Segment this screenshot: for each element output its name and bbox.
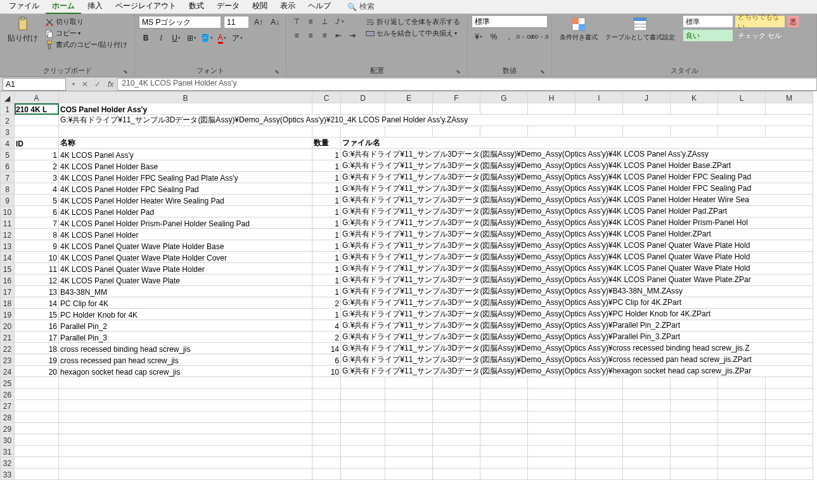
cell[interactable] [312, 103, 341, 115]
wrap-text-button[interactable]: 折り返して全体を表示する [364, 16, 462, 27]
cell[interactable] [718, 423, 766, 434]
cell-id[interactable]: 4 [15, 183, 59, 195]
cell[interactable] [480, 411, 528, 423]
cell[interactable] [341, 400, 385, 411]
cell-id[interactable]: 7 [15, 217, 59, 229]
hdr-file[interactable]: ファイル名 [341, 138, 813, 149]
cell[interactable] [671, 411, 718, 423]
row-header-5[interactable]: 5 [1, 149, 15, 160]
phonetic-button[interactable]: ア▾ [230, 31, 244, 45]
cell-A1[interactable]: 210 4K L [15, 103, 59, 115]
cell[interactable] [312, 457, 341, 468]
cell[interactable] [623, 446, 671, 457]
cell-name[interactable]: 4K LCOS Panel Holder FPC Sealing Pad [59, 183, 312, 195]
cell[interactable] [766, 446, 813, 457]
row-header-22[interactable]: 22 [1, 343, 15, 354]
select-all-corner[interactable]: ◢ [1, 92, 15, 103]
cell-style-normal[interactable]: 標準 [683, 15, 733, 28]
cell-style-check[interactable]: チェック セル [735, 29, 785, 42]
cell[interactable] [312, 411, 341, 423]
cell[interactable] [15, 434, 59, 446]
cell[interactable] [433, 434, 480, 446]
cell[interactable] [59, 411, 312, 423]
cell[interactable] [433, 389, 480, 400]
cell[interactable] [480, 389, 528, 400]
cell-path[interactable]: G:¥共有ドライブ¥11_サンプル3Dデータ(図脳Assy)¥Demo_Assy… [59, 115, 813, 126]
row-header-7[interactable]: 7 [1, 172, 15, 183]
cell-id[interactable]: 13 [15, 286, 59, 297]
cell-file[interactable]: G:¥共有ドライブ¥11_サンプル3Dデータ(図脳Assy)¥Demo_Assy… [341, 195, 813, 206]
row-header-20[interactable]: 20 [1, 320, 15, 332]
cell[interactable] [59, 423, 312, 434]
cell[interactable] [576, 400, 623, 411]
cell-file[interactable]: G:¥共有ドライブ¥11_サンプル3Dデータ(図脳Assy)¥Demo_Assy… [341, 229, 813, 240]
cell[interactable] [576, 457, 623, 468]
cell[interactable] [433, 377, 480, 389]
cell[interactable] [433, 400, 480, 411]
cell[interactable] [576, 377, 623, 389]
row-header-8[interactable]: 8 [1, 183, 15, 195]
row-header-9[interactable]: 9 [1, 195, 15, 206]
column-header-K[interactable]: K [671, 92, 718, 103]
row-header-14[interactable]: 14 [1, 252, 15, 263]
cell[interactable] [576, 389, 623, 400]
cell[interactable] [671, 468, 718, 480]
row-header-19[interactable]: 19 [1, 309, 15, 320]
cell[interactable] [480, 377, 528, 389]
cell-qty[interactable]: 6 [312, 354, 341, 366]
cell[interactable] [312, 446, 341, 457]
cancel-formula-button[interactable]: ✕ [79, 80, 91, 89]
cell[interactable] [623, 126, 671, 138]
cell-id[interactable]: 19 [15, 354, 59, 366]
cell[interactable] [528, 434, 576, 446]
cell-id[interactable]: 18 [15, 343, 59, 354]
increase-decimal-button[interactable]: .0→.00 [517, 30, 531, 44]
cell-name[interactable]: 4K LCOS Panel Holder Pad [59, 206, 312, 217]
cell[interactable] [312, 389, 341, 400]
cell[interactable] [671, 377, 718, 389]
cell-name[interactable]: 4K LCOS Panel Holder Base [59, 160, 312, 172]
cell[interactable] [59, 468, 312, 480]
cell-qty[interactable]: 1 [312, 252, 341, 263]
cell[interactable] [671, 126, 718, 138]
hdr-name[interactable]: 名称 [59, 138, 312, 149]
menu-数式[interactable]: 数式 [183, 0, 210, 14]
formula-input[interactable]: 210_4K LCOS Panel Holder Ass'y [117, 78, 817, 91]
cell[interactable] [718, 377, 766, 389]
cell[interactable] [623, 457, 671, 468]
cell[interactable] [528, 457, 576, 468]
cell[interactable] [623, 103, 671, 115]
spreadsheet-grid[interactable]: ◢ ABCDEFGHIJKLM 1210 4K LCOS Panel Holde… [0, 91, 817, 504]
cell[interactable] [671, 457, 718, 468]
align-middle-button[interactable]: ≡ [304, 15, 317, 28]
cell[interactable] [766, 457, 813, 468]
row-header-4[interactable]: 4 [1, 138, 15, 149]
italic-button[interactable]: I [154, 31, 168, 45]
font-size-select[interactable] [224, 16, 249, 29]
cell-style-bad[interactable]: 悪 [787, 15, 799, 28]
tell-me-search[interactable]: 🔍 検索 [347, 1, 375, 12]
cell-id[interactable]: 5 [15, 195, 59, 206]
cell[interactable] [312, 377, 341, 389]
cell-qty[interactable]: 1 [312, 240, 341, 252]
cell-file[interactable]: G:¥共有ドライブ¥11_サンプル3Dデータ(図脳Assy)¥Demo_Assy… [341, 366, 813, 377]
cell-qty[interactable]: 1 [312, 160, 341, 172]
cell-file[interactable]: G:¥共有ドライブ¥11_サンプル3Dデータ(図脳Assy)¥Demo_Assy… [341, 206, 813, 217]
cell-name[interactable]: cross recessed binding head screw_jis [59, 343, 312, 354]
format-painter-button[interactable]: 書式のコピー/貼り付け [43, 39, 129, 50]
row-header-12[interactable]: 12 [1, 229, 15, 240]
column-header-I[interactable]: I [576, 92, 623, 103]
cell-style-neutral[interactable]: どちらでもない [735, 15, 785, 28]
cell-id[interactable]: 15 [15, 309, 59, 320]
row-header-6[interactable]: 6 [1, 160, 15, 172]
cell-id[interactable]: 9 [15, 240, 59, 252]
cell-file[interactable]: G:¥共有ドライブ¥11_サンプル3Dデータ(図脳Assy)¥Demo_Assy… [341, 172, 813, 183]
cell[interactable] [59, 446, 312, 457]
cell[interactable] [718, 400, 766, 411]
cell[interactable] [59, 126, 312, 138]
cell-id[interactable]: 12 [15, 275, 59, 286]
cell[interactable] [718, 389, 766, 400]
conditional-format-button[interactable]: 条件付き書式 [557, 15, 600, 43]
row-header-10[interactable]: 10 [1, 206, 15, 217]
cell-name[interactable]: Parallel Pin_2 [59, 320, 312, 332]
